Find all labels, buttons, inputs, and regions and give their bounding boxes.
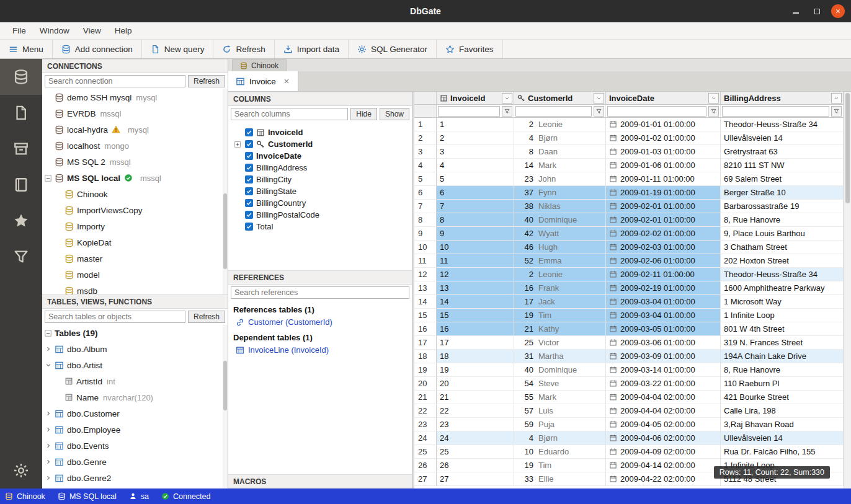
table-item-dbo-genre[interactable]: dbo.Genre (42, 454, 228, 470)
column-header-billingaddress[interactable]: BillingAddress (721, 92, 844, 105)
cell-customerid[interactable]: 19Tim (514, 309, 606, 322)
cell-invoicedate[interactable]: 2009-04-14 02:00:00 (606, 459, 721, 472)
checkbox-billingaddress[interactable] (245, 164, 253, 172)
menu-file[interactable]: File (6, 24, 32, 37)
cell-invoicedate[interactable]: 2009-03-06 01:00:00 (606, 336, 721, 350)
chevron-down-icon[interactable] (45, 361, 52, 369)
filter-input-invoicedate[interactable] (607, 106, 706, 117)
cell-invoicedate[interactable]: 2009-01-19 01:00:00 (606, 186, 721, 200)
tables-search-input[interactable] (45, 311, 185, 323)
cell-billingaddress[interactable]: 8210 111 ST NW (721, 159, 844, 172)
cell-billingaddress[interactable]: 3,Raj Bhavan Road (721, 418, 844, 431)
cell-invoiceid[interactable]: 25 (437, 445, 514, 459)
reference-link-customer-customerid[interactable]: Customer (CustomerId) (228, 316, 412, 329)
cell-invoiceid[interactable]: 26 (437, 459, 514, 472)
column-menu-button[interactable] (831, 93, 842, 104)
checkbox-total[interactable] (245, 223, 253, 231)
favorites-button[interactable]: Favorites (437, 40, 503, 58)
column-toggle-billingstate[interactable]: BillingState (228, 185, 412, 197)
cell-customerid[interactable]: 4Bjørn (514, 131, 606, 145)
connections-panel-header[interactable]: CONNECTIONS (42, 59, 228, 73)
column-menu-button[interactable] (502, 93, 512, 104)
cell-invoicedate[interactable]: 2009-01-03 01:00:00 (606, 145, 721, 159)
row-number[interactable]: 7 (414, 200, 437, 213)
rail-favorites-button[interactable] (0, 203, 42, 239)
chevron-right-icon[interactable] (45, 442, 52, 449)
database-item-msdb[interactable]: msdb (42, 283, 228, 294)
cell-customerid[interactable]: 33Ellie (514, 472, 606, 486)
row-number[interactable]: 21 (414, 391, 437, 404)
cell-invoiceid[interactable]: 16 (437, 322, 514, 336)
cell-billingaddress[interactable]: 202 Hoxton Street (721, 254, 844, 268)
cell-invoicedate[interactable]: 2009-04-04 02:00:00 (606, 404, 721, 418)
row-number[interactable]: 14 (414, 295, 437, 309)
maximize-button[interactable] (810, 4, 824, 18)
macros-panel-header[interactable]: MACROS (228, 474, 412, 489)
cell-invoicedate[interactable]: 2009-02-11 01:00:00 (606, 268, 721, 281)
connection-item-demo-ssh-mysql[interactable]: demo SSH mysql mysql (42, 89, 228, 105)
scrollbar-thumb[interactable] (223, 193, 227, 269)
cell-customerid[interactable]: 52Emma (514, 254, 606, 268)
filter-menu-button[interactable] (502, 106, 512, 117)
cell-billingaddress[interactable]: Barbarossastraße 19 (721, 200, 844, 213)
row-number[interactable]: 27 (414, 472, 437, 486)
cell-billingaddress[interactable]: 1 Infinite Loop (721, 309, 844, 322)
cell-customerid[interactable]: 37Fynn (514, 186, 606, 200)
cell-customerid[interactable]: 25Victor (514, 336, 606, 350)
checkbox-billingcountry[interactable] (245, 199, 253, 207)
cell-invoicedate[interactable]: 2009-02-19 01:00:00 (606, 281, 721, 295)
cell-invoiceid[interactable]: 9 (437, 227, 514, 241)
checkbox-billingstate[interactable] (245, 187, 253, 195)
grid-scrollbar[interactable] (844, 92, 851, 489)
cell-customerid[interactable]: 57Luis (514, 404, 606, 418)
cell-customerid[interactable]: 14Mark (514, 159, 606, 172)
cell-billingaddress[interactable]: Berger Straße 10 (721, 186, 844, 200)
cell-invoiceid[interactable]: 6 (437, 186, 514, 200)
cell-billingaddress[interactable]: 8, Rue Hanovre (721, 363, 844, 377)
cell-invoiceid[interactable]: 19 (437, 363, 514, 377)
filter-input-invoiceid[interactable] (438, 106, 500, 117)
row-number[interactable]: 4 (414, 159, 437, 172)
menu-view[interactable]: View (77, 24, 107, 37)
cell-invoiceid[interactable]: 17 (437, 336, 514, 350)
cell-invoiceid[interactable]: 27 (437, 472, 514, 486)
cell-invoiceid[interactable]: 10 (437, 241, 514, 254)
cell-customerid[interactable]: 8Daan (514, 145, 606, 159)
cell-billingaddress[interactable]: 3 Chatham Street (721, 241, 844, 254)
close-button[interactable] (831, 4, 845, 18)
row-number[interactable]: 24 (414, 431, 437, 445)
cell-invoiceid[interactable]: 8 (437, 213, 514, 227)
row-number[interactable]: 11 (414, 254, 437, 268)
cell-billingaddress[interactable]: Rua Dr. Falcão Filho, 155 (721, 445, 844, 459)
connection-item-ms-sql-2[interactable]: MS SQL 2 mssql (42, 154, 228, 170)
cell-invoicedate[interactable]: 2009-03-04 01:00:00 (606, 309, 721, 322)
row-number[interactable]: 2 (414, 131, 437, 145)
table-item-dbo-customer[interactable]: dbo.Customer (42, 405, 228, 422)
database-item-importy[interactable]: Importy (42, 218, 228, 234)
checkbox-billingpostalcode[interactable] (245, 211, 253, 219)
columns-search-input[interactable] (231, 108, 348, 120)
column-item-name[interactable]: Name nvarchar(120) (42, 389, 228, 405)
cell-billingaddress[interactable]: 319 N. Frances Street (721, 336, 844, 350)
sql-generator-button[interactable]: SQL Generator (349, 40, 437, 58)
row-number[interactable]: 13 (414, 281, 437, 295)
cell-customerid[interactable]: 59Puja (514, 418, 606, 431)
cell-customerid[interactable]: 46Hugh (514, 241, 606, 254)
filter-menu-button[interactable] (708, 106, 719, 117)
cell-invoicedate[interactable]: 2009-04-09 02:00:00 (606, 445, 721, 459)
rail-cell-data-button[interactable] (0, 239, 42, 275)
cell-invoiceid[interactable]: 24 (437, 431, 514, 445)
table-item-dbo-album[interactable]: dbo.Album (42, 341, 228, 357)
cell-invoicedate[interactable]: 2009-02-01 01:00:00 (606, 213, 721, 227)
rail-settings-button[interactable] (0, 453, 42, 489)
chevron-right-icon[interactable] (45, 458, 52, 466)
column-menu-button[interactable] (708, 93, 719, 104)
cell-invoiceid[interactable]: 12 (437, 268, 514, 281)
row-number[interactable]: 16 (414, 322, 437, 336)
rail-files-button[interactable] (0, 95, 42, 131)
cell-invoiceid[interactable]: 20 (437, 377, 514, 391)
cell-invoiceid[interactable]: 14 (437, 295, 514, 309)
filter-menu-button[interactable] (594, 106, 604, 117)
column-toggle-billingaddress[interactable]: BillingAddress (228, 162, 412, 174)
cell-invoiceid[interactable]: 1 (437, 118, 514, 131)
